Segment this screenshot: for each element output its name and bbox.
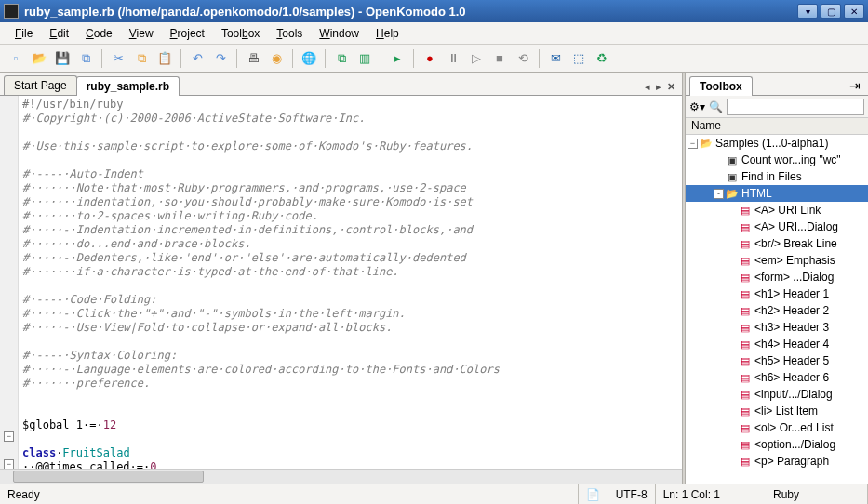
- tree-item[interactable]: ▤<p> Paragraph: [686, 453, 868, 470]
- editor[interactable]: − − #!/usr/bin/ruby#·Copyright·(c)·2000-…: [0, 96, 682, 470]
- browser-icon[interactable]: 🌐: [299, 48, 319, 69]
- code-line[interactable]: [22, 335, 680, 349]
- minimize-button[interactable]: ▾: [797, 4, 818, 19]
- tree-twist-icon[interactable]: −: [688, 139, 698, 149]
- code-line[interactable]: [22, 126, 680, 139]
- toolbox-tab[interactable]: Toolbox: [689, 76, 753, 96]
- preview-split-icon[interactable]: ▥: [354, 48, 375, 69]
- mail-icon[interactable]: ✉: [545, 48, 566, 69]
- tab-ruby-sample[interactable]: ruby_sample.rb: [76, 76, 180, 96]
- code-line[interactable]: #·----·Code·Folding:: [22, 293, 680, 307]
- maximize-button[interactable]: ▢: [821, 4, 841, 19]
- new-file-icon[interactable]: ▫: [6, 48, 26, 69]
- tab-start-page[interactable]: Start Page: [4, 75, 77, 95]
- tree-item[interactable]: ▤<h2> Header 2: [686, 302, 868, 319]
- code-line[interactable]: [22, 153, 680, 167]
- code-line[interactable]: #·····-·Click·the·"+"·and·"-"·symbols·in…: [22, 307, 680, 321]
- tree-item[interactable]: ▤<ol> Or...ed List: [686, 419, 868, 436]
- menu-edit[interactable]: Edit: [42, 25, 76, 42]
- code-line[interactable]: [22, 405, 680, 418]
- menu-code[interactable]: Code: [78, 25, 120, 42]
- run-menu-icon[interactable]: ▸: [387, 48, 407, 69]
- menu-file[interactable]: File: [7, 25, 40, 42]
- redo-icon[interactable]: ↷: [210, 48, 231, 69]
- cut-icon[interactable]: ✂: [108, 48, 128, 69]
- code-line[interactable]: #·····-·Language·elements·are·colored·ac…: [22, 363, 680, 377]
- code-line[interactable]: #·······do...end·and·brace·blocks.: [22, 237, 680, 251]
- sync-icon[interactable]: ♻: [592, 48, 612, 69]
- tab-close-icon[interactable]: ✕: [664, 79, 678, 95]
- code-area[interactable]: #!/usr/bin/ruby#·Copyright·(c)·2000-2006…: [0, 96, 682, 470]
- tree-item[interactable]: ▤<li> List Item: [686, 403, 868, 419]
- paste-icon[interactable]: 📋: [154, 48, 175, 69]
- toolbox-search-input[interactable]: [727, 99, 864, 115]
- tree-item[interactable]: ▤<h6> Header 6: [686, 369, 868, 386]
- horizontal-scrollbar[interactable]: [0, 469, 682, 484]
- code-line[interactable]: [22, 432, 680, 446]
- code-line[interactable]: #·----·Auto-Indent: [22, 167, 680, 181]
- status-language[interactable]: Ruby: [766, 484, 868, 504]
- code-line[interactable]: #!/usr/bin/ruby: [22, 98, 680, 112]
- save-icon[interactable]: 💾: [52, 48, 73, 69]
- tree-item[interactable]: ▣Find in Files: [686, 168, 868, 185]
- fold-marker[interactable]: −: [4, 431, 14, 442]
- toolbox-tree[interactable]: −📂Samples (1...0-alpha1)▣Count wor...ing…: [686, 135, 868, 484]
- tree-item[interactable]: ▤<br/> Break Line: [686, 235, 868, 252]
- code-line[interactable]: [22, 279, 680, 293]
- code-line[interactable]: ··@@times_called·=·0: [22, 460, 680, 470]
- name-header[interactable]: Name: [686, 118, 868, 135]
- tree-item[interactable]: ▤<A> URI Link: [686, 202, 868, 219]
- pause-icon[interactable]: ⏸: [443, 48, 463, 69]
- tree-item[interactable]: ▤<h3> Header 3: [686, 319, 868, 336]
- tree-item[interactable]: ▤<em> Emphasis: [686, 252, 868, 269]
- preview-icon[interactable]: ⧉: [331, 48, 352, 69]
- print-icon[interactable]: 🖶: [243, 48, 263, 69]
- stop-icon[interactable]: ■: [489, 48, 510, 69]
- tree-root[interactable]: −📂Samples (1...0-alpha1): [686, 135, 868, 152]
- save-all-icon[interactable]: ⧉: [75, 48, 96, 69]
- tree-item[interactable]: ▣Count wor...ing "wc": [686, 152, 868, 168]
- gear-icon[interactable]: ⚙▾: [689, 100, 705, 113]
- tree-twist-icon[interactable]: -: [714, 189, 724, 199]
- code-line[interactable]: #·····-·Indentation·incremented·in·defin…: [22, 223, 680, 237]
- menu-window[interactable]: Window: [312, 25, 367, 42]
- copy-icon[interactable]: ⧉: [131, 48, 152, 69]
- tree-item[interactable]: ▤<input/.../Dialog: [686, 386, 868, 403]
- help-icon[interactable]: ◉: [266, 48, 287, 69]
- menu-tools[interactable]: Tools: [269, 25, 310, 42]
- code-line[interactable]: #·······indentation,·so·you·should·proba…: [22, 195, 680, 209]
- status-encoding[interactable]: UTF-8: [608, 484, 656, 504]
- menu-help[interactable]: Help: [368, 25, 407, 42]
- code-line[interactable]: $global_1·=·12: [22, 418, 680, 432]
- tree-item[interactable]: ▤<h1> Header 1: [686, 285, 868, 302]
- code-line[interactable]: #·····-·Dedenters,·like·'end'·or·'else'·…: [22, 251, 680, 265]
- undo-icon[interactable]: ↶: [187, 48, 207, 69]
- tab-prev-icon[interactable]: ◂: [642, 79, 653, 95]
- package-icon[interactable]: ⬚: [568, 48, 589, 69]
- code-line[interactable]: #·Use·this·sample·script·to·explore·some…: [22, 139, 680, 153]
- tree-item[interactable]: ▤<option.../Dialog: [686, 436, 868, 453]
- menu-project[interactable]: Project: [163, 25, 212, 42]
- replay-icon[interactable]: ⟲: [513, 48, 533, 69]
- pin-icon[interactable]: ⇥: [846, 76, 864, 95]
- tree-item[interactable]: ▤<h4> Header 4: [686, 336, 868, 352]
- code-line[interactable]: #·Copyright·(c)·2000-2006·ActiveState·So…: [22, 112, 680, 126]
- tree-item[interactable]: ▤<form> ...Dialog: [686, 269, 868, 285]
- menu-toolbox[interactable]: Toolbox: [214, 25, 267, 42]
- tree-item[interactable]: ▤<h5> Header 5: [686, 352, 868, 369]
- close-button[interactable]: ✕: [844, 4, 864, 19]
- open-icon[interactable]: 📂: [29, 48, 49, 69]
- play-icon[interactable]: ▷: [466, 48, 487, 69]
- code-line[interactable]: class·FruitSalad: [22, 446, 680, 460]
- menu-view[interactable]: View: [122, 25, 161, 42]
- code-line[interactable]: #·······preference.: [22, 377, 680, 391]
- code-line[interactable]: #·······to·2-spaces·while·writing·Ruby·c…: [22, 209, 680, 223]
- code-line[interactable]: #·----·Syntax·Coloring:: [22, 349, 680, 363]
- tree-item[interactable]: ▤<A> URI...Dialog: [686, 219, 868, 235]
- tab-next-icon[interactable]: ▸: [653, 79, 664, 95]
- code-line[interactable]: #·······if·a·character·is·typed·at·the·e…: [22, 265, 680, 279]
- code-line[interactable]: #·······Note·that·most·Ruby·programmers,…: [22, 181, 680, 195]
- code-line[interactable]: #·····-·Use·View|Fold·to·collapse·or·exp…: [22, 321, 680, 335]
- fold-gutter[interactable]: − −: [0, 96, 19, 470]
- tree-item[interactable]: -📂HTML: [686, 185, 868, 202]
